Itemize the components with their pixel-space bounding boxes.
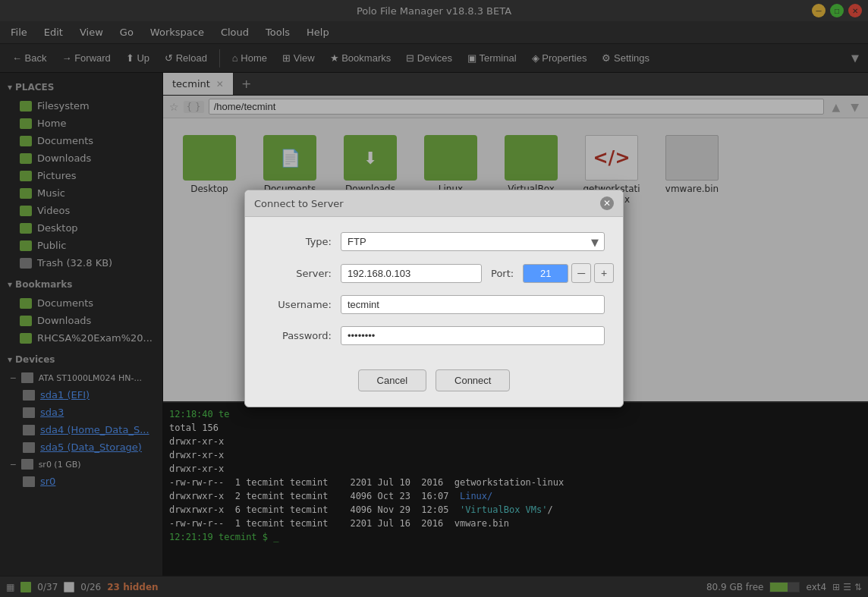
server-input[interactable] [341,264,482,283]
dialog-footer: Cancel Connect [245,360,623,407]
port-label: Port: [491,268,514,279]
type-label: Type: [263,236,332,247]
password-label: Password: [263,330,332,341]
password-row: Password: [263,326,605,345]
type-row: Type: FTP SFTP SSH SMB WebDAV ▼ [263,232,605,251]
dialog-overlay: Connect to Server ✕ Type: FTP SFTP SSH S… [0,0,868,597]
port-wrap: ─ + [523,263,614,283]
port-decrement-button[interactable]: ─ [571,263,591,283]
username-row: Username: [263,295,605,314]
username-label: Username: [263,299,332,310]
port-input[interactable] [523,264,568,283]
username-input[interactable] [341,295,605,314]
connect-button[interactable]: Connect [436,369,510,391]
connect-to-server-dialog: Connect to Server ✕ Type: FTP SFTP SSH S… [244,190,624,407]
dialog-body: Type: FTP SFTP SSH SMB WebDAV ▼ Server: … [245,217,623,360]
port-increment-button[interactable]: + [594,263,614,283]
dialog-close-button[interactable]: ✕ [600,196,614,210]
password-input[interactable] [341,326,605,345]
type-select[interactable]: FTP SFTP SSH SMB WebDAV [341,232,605,251]
type-select-wrap: FTP SFTP SSH SMB WebDAV ▼ [341,232,605,251]
cancel-button[interactable]: Cancel [358,369,426,391]
dialog-title-bar: Connect to Server ✕ [245,190,623,217]
server-row: Server: Port: ─ + [263,263,605,283]
server-label: Server: [263,268,332,279]
dialog-title-text: Connect to Server [254,198,344,209]
